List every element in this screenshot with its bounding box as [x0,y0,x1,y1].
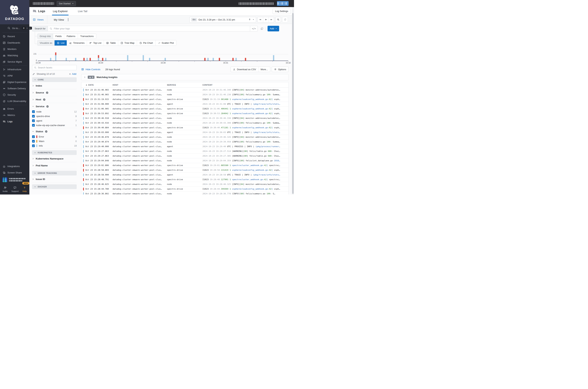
search-input[interactable]: Filter your logs [48,26,250,32]
scrollbar-thumb[interactable] [292,13,294,194]
sidebar-support-button[interactable]: Support [11,186,19,192]
sidebar-item-apm[interactable]: APM [0,73,29,79]
facet-group-docker[interactable]: DOCKER [32,184,77,189]
group-option-transactions[interactable]: Transactions [78,34,96,39]
view-name[interactable]: My View [54,18,64,21]
facet-value-kube-vip-arp-cache-cleaner[interactable]: kube-vip-arp-cache-cleaner 1 [32,123,77,128]
time-play-button[interactable] [263,17,268,22]
table-row[interactable]: Oct 23 15:31:46.965 datadog-cluster-vmwa… [81,88,288,92]
histogram-bar[interactable] [66,58,67,61]
pencil-icon[interactable] [32,73,35,75]
table-row[interactable]: Oct 23 15:31:06.905 datadog-cluster-vmwa… [81,106,288,111]
column-header-service[interactable]: SERVICE [167,84,202,86]
checkbox-checked[interactable] [32,144,35,147]
histogram-bar[interactable] [89,58,91,61]
group-option-fields[interactable]: Fields [53,34,64,39]
table-row[interactable]: Oct 23 15:30:53.892 datadog-cluster-vmwa… [81,111,288,116]
pin-icon[interactable] [249,19,251,21]
facet-toggle-service[interactable]: Service [32,103,77,109]
facet-value-info[interactable]: Info 19 [32,143,77,148]
table-row[interactable]: Oct 23 15:29:27.863 datadog-cluster-vmwa… [81,149,288,154]
facet-toggle-status[interactable]: Status [32,129,77,134]
sidebar-item-dashboards[interactable]: Dashboards [0,39,29,46]
table-row[interactable]: Oct 23 15:29:46.878 datadog-cluster-vmwa… [81,135,288,139]
get-started-button[interactable]: Get Started [57,1,76,6]
views-button[interactable]: Views [29,15,47,24]
table-row[interactable]: Oct 23 15:30:03.000 datadog-cluster-vmwa… [81,130,288,135]
table-row[interactable]: Oct 23 15:31:46.965 datadog-cluster-vmwa… [81,92,288,97]
sidebar-item-watchdog[interactable]: Watchdog [0,52,29,59]
checkbox-checked[interactable] [32,110,35,113]
table-row[interactable]: Oct 23 15:30:40.884 datadog-cluster-vmwa… [81,125,288,130]
add-button[interactable]: Add [268,26,279,32]
download-csv-button[interactable]: Download as CSV [231,67,258,72]
sidebar-invite-button[interactable]: Invite [2,186,8,192]
visualize-option-list[interactable]: List [55,40,67,46]
sidebar-help-button[interactable]: NEW?Help [23,186,27,192]
copy-query-button[interactable] [260,27,263,30]
histogram-bar[interactable] [143,55,144,61]
sidebar-item-digital-experience[interactable]: Digital Experience [0,79,29,85]
visualize-option-pie-chart[interactable]: Pie Chart [137,40,156,46]
facet-toggle-kubernetes-namespace[interactable]: Kubernetes Namespace [32,156,77,162]
facet-toggle-index[interactable]: Index [32,83,77,89]
histogram-bar[interactable] [50,58,51,61]
histogram-bar[interactable] [165,58,166,61]
more-button[interactable]: More... [258,67,270,72]
column-header-date[interactable]: DATE [85,84,112,86]
sidebar-item-screen-share[interactable]: Screen Share [0,169,29,176]
log-settings-button[interactable]: Log Settings [273,8,291,14]
table-row[interactable]: Oct 23 15:28:48.791 datadog-cluster-vmwa… [81,177,288,182]
checkbox-checked[interactable] [32,124,35,127]
table-row[interactable]: Oct 23 15:31:08.000 datadog-cluster-vmwa… [81,102,288,106]
column-header-content[interactable]: CONTENT [202,84,288,86]
table-row[interactable]: Oct 23 15:29:40.000 datadog-cluster-vmwa… [81,144,288,149]
histogram-bar[interactable] [219,58,220,61]
visualize-option-timeseries[interactable]: Timeseries [67,40,87,46]
refresh-button[interactable] [282,17,288,23]
hide-controls-button[interactable]: Hide Controls [81,68,100,71]
histogram-bar[interactable] [75,58,76,61]
sidebar-item-metrics[interactable]: Metrics [0,112,29,118]
time-range-picker[interactable]: 4m Oct 23, 3:28 pm – Oct 23, 3:32 pm [189,17,256,23]
histogram-bar[interactable] [149,58,150,61]
histogram-bar[interactable] [213,58,214,61]
facet-value-error[interactable]: Error 9 [32,134,77,139]
options-button[interactable]: Options [272,67,288,72]
facet-value-warn[interactable]: Warn 0 [32,139,77,143]
table-row[interactable]: Oct 23 15:30:46.918 datadog-cluster-vmwa… [81,116,288,121]
column-header-host[interactable]: HOST [112,84,167,86]
checkbox-checked[interactable] [32,140,35,143]
table-row[interactable]: Oct 23 15:28:46.825 datadog-cluster-vmwa… [81,182,288,187]
sidebar-item-goto[interactable]: Go to... ⌘+K [0,24,29,32]
group-option-patterns[interactable]: Patterns [64,34,78,39]
sidebar-item-software-delivery[interactable]: Software Delivery [0,85,29,92]
facet-toggle-pod-name[interactable]: Pod Name [32,162,77,168]
sidebar-item-monitors[interactable]: Monitors [0,46,29,52]
table-row[interactable]: Oct 23 15:28:44.780 datadog-cluster-vmwa… [81,187,288,192]
facet-group-error-tracking[interactable]: ERROR TRACKING [32,171,77,175]
checkbox-checked[interactable] [32,119,35,122]
table-row[interactable]: Oct 23 15:29:02.806 datadog-cluster-vmwa… [81,163,288,168]
histogram-bar[interactable] [127,55,128,61]
facet-group-core[interactable]: CORE [32,77,77,82]
watchdog-insights-row[interactable]: 0 Watchdog Insights [81,74,289,80]
visualize-option-scatter-plot[interactable]: Scatter Plot [156,40,176,46]
histogram-bar[interactable] [204,58,206,61]
facet-value-spectro-drive[interactable]: spectro-drive 8 [32,114,77,119]
sidebar-item-errors[interactable]: Errors [0,106,29,112]
facet-toggle-issue-id[interactable]: Issue ID [32,176,77,182]
visualize-option-table[interactable]: Table [104,40,118,46]
visualize-option-top-list[interactable]: Top List [87,40,104,46]
table-row[interactable]: Oct 23 15:28:58.000 datadog-cluster-vmwa… [81,173,288,177]
histogram-bar[interactable] [273,55,274,61]
sidebar-item-service-mgmt[interactable]: Service Mgmt [0,59,29,65]
zoom-out-button[interactable] [275,17,281,23]
histogram-bar[interactable] [86,58,88,61]
sidebar-item-recent[interactable]: Recent [0,33,29,39]
add-facet-button[interactable]: Add [69,73,76,75]
table-row[interactable]: Oct 23 15:29:27.863 datadog-cluster-vmwa… [81,154,288,158]
view-menu-kebab[interactable] [67,17,69,22]
sidebar-item-logs[interactable]: Logs [0,118,29,125]
histogram-bar[interactable] [83,58,85,61]
